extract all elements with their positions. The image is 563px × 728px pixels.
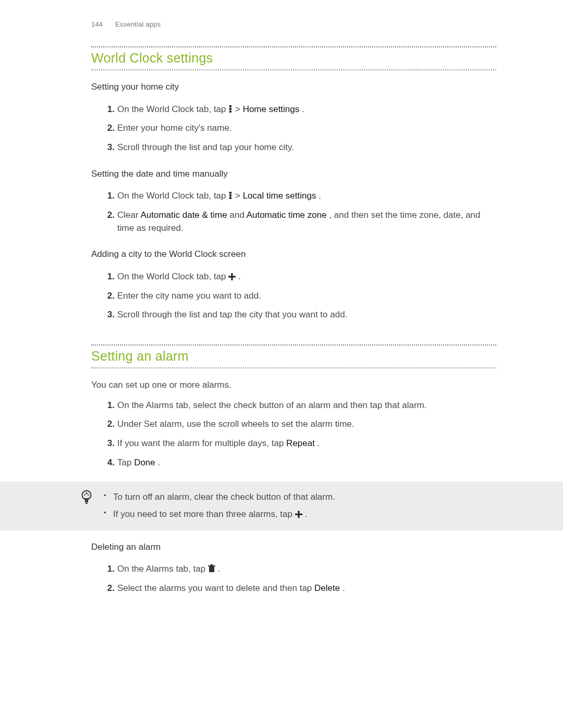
- trash-icon: [208, 564, 215, 573]
- page: 144 Essential apps World Clock settings …: [0, 0, 563, 728]
- step: Scroll through the list and tap the city…: [91, 305, 496, 325]
- intro-text: You can set up one or more alarms.: [91, 379, 496, 392]
- page-number: 144: [91, 20, 103, 28]
- divider: [91, 344, 496, 346]
- svg-rect-4: [229, 194, 231, 196]
- plus-icon: [295, 511, 302, 518]
- keyword: Repeat: [286, 438, 315, 448]
- svg-rect-15: [210, 564, 213, 565]
- more-icon: [228, 105, 232, 113]
- tip-item: To turn off an alarm, clear the check bu…: [104, 489, 496, 506]
- tip-box: To turn off an alarm, clear the check bu…: [0, 482, 563, 530]
- step: On the World Clock tab, tap > Local time…: [91, 187, 496, 206]
- tip-list: To turn off an alarm, clear the check bu…: [91, 489, 496, 523]
- steps-alarm: On the Alarms tab, select the check butt…: [91, 396, 496, 473]
- subheading-date-time: Setting the date and time manually: [91, 168, 496, 181]
- step: Clear Automatic date & time and Automati…: [91, 206, 496, 238]
- keyword: Done: [134, 458, 155, 467]
- step: On the Alarms tab, select the check butt…: [91, 396, 496, 415]
- keyword: Automatic date & time: [140, 210, 227, 220]
- step: On the World Clock tab, tap .: [91, 267, 496, 287]
- step: Enter the city name you want to add.: [91, 287, 496, 306]
- step: On the Alarms tab, tap .: [91, 560, 496, 579]
- subheading-delete-alarm: Deleting an alarm: [91, 541, 496, 554]
- subheading-add-city: Adding a city to the World Clock screen: [91, 248, 496, 261]
- step: Enter your home city's name.: [91, 119, 496, 138]
- step: Scroll through the list and tap your hom…: [91, 138, 496, 157]
- keyword: Local time settings: [243, 191, 316, 201]
- steps-date-time: On the World Clock tab, tap > Local time…: [91, 187, 496, 238]
- step: If you want the alarm for multiple days,…: [91, 434, 496, 453]
- svg-rect-12: [295, 513, 302, 515]
- section-title-world-clock: World Clock settings: [91, 48, 496, 67]
- svg-rect-3: [229, 192, 231, 194]
- svg-rect-14: [208, 565, 215, 566]
- running-header: 144 Essential apps: [91, 20, 496, 30]
- svg-rect-0: [229, 105, 231, 107]
- svg-rect-7: [228, 276, 236, 277]
- svg-rect-2: [229, 110, 231, 113]
- svg-rect-13: [209, 566, 214, 572]
- more-icon: [228, 191, 232, 200]
- steps-add-city: On the World Clock tab, tap . Enter the …: [91, 267, 496, 325]
- svg-rect-1: [229, 108, 231, 110]
- subheading-home-city: Setting your home city: [91, 81, 496, 94]
- plus-icon: [228, 273, 236, 280]
- keyword: Automatic time zone: [247, 210, 327, 220]
- divider: [91, 367, 496, 368]
- steps-home-city: On the World Clock tab, tap > Home setti…: [91, 100, 496, 157]
- steps-delete-alarm: On the Alarms tab, tap . Select the alar…: [91, 560, 496, 598]
- lightbulb-icon: [81, 490, 92, 509]
- divider: [91, 69, 496, 70]
- step: Tap Done .: [91, 453, 496, 473]
- keyword: Delete: [314, 583, 340, 593]
- section-label: Essential apps: [115, 20, 161, 28]
- keyword: Home settings: [243, 104, 300, 114]
- step: Under Set alarm, use the scroll wheels t…: [91, 415, 496, 434]
- svg-rect-5: [229, 197, 231, 199]
- tip-item: If you need to set more than three alarm…: [104, 506, 496, 523]
- divider: [91, 46, 496, 47]
- step: Select the alarms you want to delete and…: [91, 579, 496, 598]
- section-title-alarm: Setting an alarm: [91, 347, 496, 365]
- step: On the World Clock tab, tap > Home setti…: [91, 100, 496, 119]
